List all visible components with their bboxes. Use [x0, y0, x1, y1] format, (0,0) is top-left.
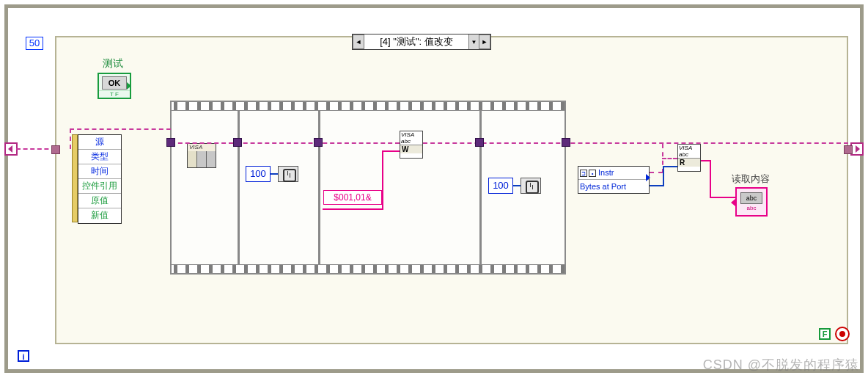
class-icon: ∘	[589, 170, 596, 177]
film-sprocket-top	[172, 102, 564, 111]
wire-int	[650, 185, 664, 186]
wire-int	[663, 166, 677, 167]
unbundle-by-name[interactable]: 源类型时间控件引用原值新值	[78, 134, 122, 224]
wire-int	[663, 166, 664, 186]
case-selector: ◄ [4] "测试": 值改变 ▼ ►	[352, 34, 491, 50]
tunnel	[314, 138, 323, 147]
read-indicator[interactable]: abc abc	[735, 187, 768, 217]
visa-abc: abc	[678, 151, 700, 158]
visa-tag: VISA	[678, 145, 700, 151]
wait-block-2: 100	[488, 178, 541, 195]
wait-timer-icon[interactable]	[521, 178, 541, 194]
visa-cfg-body	[188, 151, 216, 167]
indicator-type: abc	[747, 205, 757, 211]
tunnel	[166, 138, 175, 147]
visa-read-letter: R	[678, 158, 700, 167]
visa-tag: VISA	[188, 144, 216, 151]
loop-i-terminal: i	[18, 350, 29, 362]
wire-int	[271, 173, 278, 175]
unbundle-spine	[72, 134, 78, 222]
property-item-row[interactable]: Bytes at Port	[578, 180, 649, 193]
property-class-row: ⊐ ∘ Instr	[578, 167, 649, 180]
loop-count-constant[interactable]: 50	[26, 37, 43, 50]
loop-stop-terminal[interactable]	[835, 327, 850, 341]
watermark-text: CSDN @不脱发的程序猿	[703, 356, 859, 374]
case-next-button[interactable]: ►	[479, 34, 490, 49]
sequence-divider	[238, 111, 240, 264]
case-label: [4] "测试": 值改变	[364, 35, 468, 48]
arrow-left-icon	[731, 199, 735, 206]
write-string-constant[interactable]: $001,01&	[323, 190, 382, 205]
wait-ms-constant-2[interactable]: 100	[488, 178, 513, 194]
property-icons: ⊐ ∘	[580, 170, 596, 177]
visa-write-letter: W	[400, 145, 422, 153]
sequence-divider	[318, 111, 320, 264]
unbundle-item[interactable]: 类型	[78, 150, 121, 164]
ok-button-face: OK	[102, 76, 127, 90]
wait-timer-icon[interactable]	[278, 166, 298, 182]
unbundle-item[interactable]: 原值	[78, 194, 121, 208]
terminal-out-arrow-icon	[127, 82, 131, 90]
unbundle-item[interactable]: 时间	[78, 164, 121, 179]
film-sprocket-bottom	[172, 264, 564, 273]
test-ok-terminal[interactable]: OK T F	[98, 73, 131, 99]
wire	[70, 128, 171, 130]
property-node[interactable]: ⊐ ∘ Instr Bytes at Port	[578, 166, 650, 194]
test-control-label: 测试	[103, 57, 123, 70]
visa-write-node[interactable]: VISA abc W	[400, 131, 423, 159]
wire-string	[710, 197, 735, 198]
wire	[171, 142, 400, 144]
unbundle-item[interactable]: 控件引用	[78, 179, 121, 194]
case-dropdown-button[interactable]: ▼	[468, 34, 479, 49]
sequence-divider	[479, 111, 482, 264]
unbundle-item[interactable]: 新值	[78, 208, 121, 223]
case-prev-button[interactable]: ◄	[353, 34, 364, 49]
tunnel	[562, 138, 570, 147]
visa-abc: abc	[400, 138, 422, 145]
arrow-right-icon	[646, 174, 650, 181]
link-icon: ⊐	[580, 170, 587, 177]
wire-string	[382, 150, 383, 197]
wire-int	[513, 185, 521, 186]
wire	[662, 158, 677, 159]
wire-string	[323, 208, 383, 210]
loop-f-terminal: F	[819, 328, 831, 340]
wire	[70, 128, 71, 149]
tf-indicator: T F	[99, 90, 130, 98]
tunnel	[233, 138, 242, 147]
tunnel	[844, 145, 853, 154]
wire	[650, 172, 663, 173]
wire	[423, 142, 848, 144]
visa-read-node[interactable]: VISA abc R	[677, 144, 701, 172]
wire	[16, 148, 56, 150]
unbundle-item[interactable]: 源	[78, 135, 121, 150]
wait-ms-constant-1[interactable]: 100	[246, 166, 271, 182]
tunnel	[51, 145, 60, 154]
wait-block-1: 100	[246, 166, 298, 183]
visa-configure-node[interactable]: VISA	[187, 143, 216, 168]
indicator-box: abc	[740, 192, 762, 204]
read-indicator-label: 读取内容	[732, 172, 770, 186]
visa-tag: VISA	[400, 131, 422, 138]
tunnel	[475, 138, 484, 147]
wire-string	[710, 160, 711, 198]
wire-string	[382, 150, 400, 152]
